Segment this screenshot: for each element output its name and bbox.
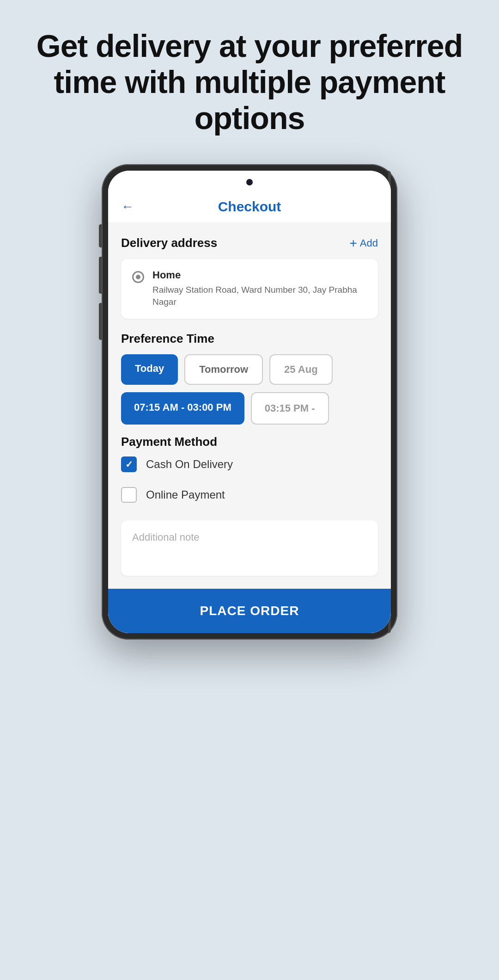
- online-label: Online Payment: [146, 488, 225, 501]
- tab-tomorrow[interactable]: Tomorrow: [184, 354, 263, 385]
- cash-label: Cash On Delivery: [146, 458, 233, 471]
- payment-method-section: Payment Method ✓ Cash On Delivery Online…: [121, 435, 378, 510]
- back-button[interactable]: ←: [121, 199, 134, 214]
- camera-dot: [246, 179, 253, 185]
- volume-down-button[interactable]: [99, 257, 102, 294]
- add-address-button[interactable]: + Add: [349, 236, 378, 251]
- status-bar: [108, 171, 391, 194]
- page-title: Checkout: [218, 199, 281, 215]
- volume-up-button[interactable]: [99, 224, 102, 247]
- delivery-address-title: Delivery address: [121, 236, 217, 250]
- payment-online-option[interactable]: Online Payment: [121, 480, 378, 510]
- note-placeholder: Additional note: [132, 531, 200, 543]
- headline: Get delivery at your preferred time with…: [28, 28, 471, 136]
- time-slots: 07:15 AM - 03:00 PM 03:15 PM -: [121, 392, 378, 425]
- tab-25aug[interactable]: 25 Aug: [269, 354, 333, 385]
- timeslot-afternoon[interactable]: 03:15 PM -: [251, 392, 329, 425]
- preference-time-section: Preference Time Today Tomorrow 25 Aug 07…: [121, 332, 378, 425]
- address-text: Railway Station Road, Ward Number 30, Ja…: [152, 284, 367, 308]
- payment-cash-option[interactable]: ✓ Cash On Delivery: [121, 449, 378, 480]
- address-type: Home: [152, 269, 367, 281]
- address-radio[interactable]: [132, 271, 144, 283]
- phone-shell: ← Checkout Delivery address + Add Home R…: [102, 164, 397, 640]
- place-order-button[interactable]: PLACE ORDER: [108, 589, 391, 633]
- preference-time-title: Preference Time: [121, 332, 378, 346]
- phone-screen: ← Checkout Delivery address + Add Home R…: [108, 171, 391, 633]
- online-checkbox[interactable]: [121, 487, 137, 503]
- plus-icon: +: [349, 236, 357, 251]
- timeslot-morning[interactable]: 07:15 AM - 03:00 PM: [121, 392, 244, 425]
- address-card[interactable]: Home Railway Station Road, Ward Number 3…: [121, 259, 378, 319]
- tab-today[interactable]: Today: [121, 354, 178, 385]
- payment-method-title: Payment Method: [121, 435, 378, 449]
- add-label: Add: [360, 237, 378, 249]
- content-area: Delivery address + Add Home Railway Stat…: [108, 223, 391, 633]
- additional-note-area[interactable]: Additional note: [121, 520, 378, 576]
- radio-inner: [136, 275, 140, 279]
- address-info: Home Railway Station Road, Ward Number 3…: [152, 269, 367, 308]
- checkmark-icon: ✓: [125, 459, 133, 470]
- date-tabs: Today Tomorrow 25 Aug: [121, 354, 378, 385]
- delivery-address-header: Delivery address + Add: [121, 236, 378, 251]
- cash-checkbox[interactable]: ✓: [121, 456, 137, 472]
- top-nav: ← Checkout: [108, 194, 391, 223]
- silent-button[interactable]: [99, 303, 102, 340]
